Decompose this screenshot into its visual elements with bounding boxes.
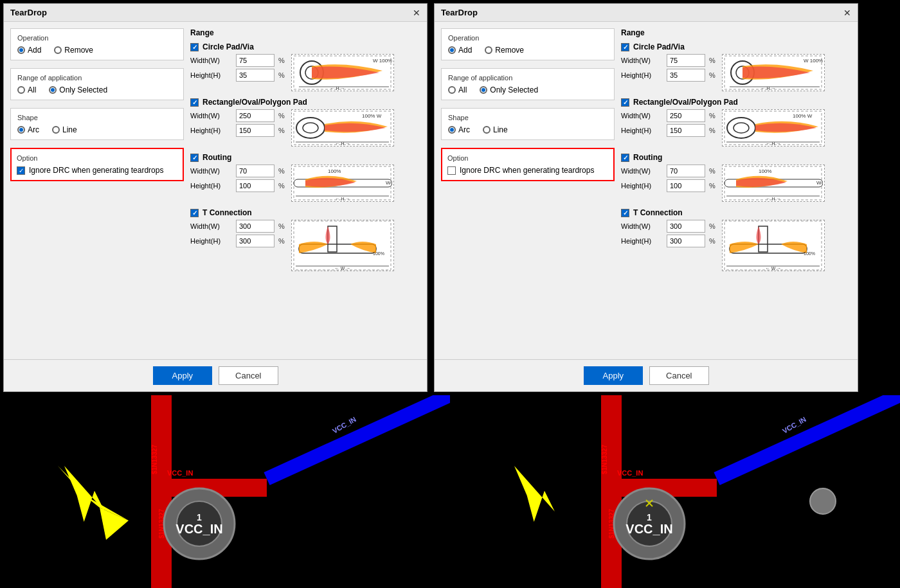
svg-text:W: W <box>386 180 391 186</box>
svg-text:← H →: ← H → <box>766 141 781 146</box>
add-radio-2[interactable]: Add <box>448 46 472 55</box>
only-selected-radio-circle-1 <box>49 86 57 94</box>
rect-pad-checkbox-1[interactable] <box>190 98 199 107</box>
t-connection-height-input-1[interactable] <box>236 235 274 247</box>
close-button-2[interactable]: ✕ <box>843 8 851 17</box>
circle-pad-checkbox-2[interactable] <box>621 43 629 51</box>
svg-text:1: 1 <box>197 512 202 522</box>
dialog-left-panel-1: Operation Add Remove Range of <box>10 28 184 353</box>
circle-pad-preview-1: W 100% ← H → <box>291 54 394 91</box>
circle-pad-checkbox-1[interactable] <box>190 43 199 51</box>
circle-pad-preview-2: W 100% ← H → <box>722 54 825 91</box>
line-radio-2[interactable]: Line <box>483 125 508 134</box>
cancel-button-1[interactable]: Cancel <box>219 366 278 385</box>
rect-pad-section-1: Rectangle/Oval/Polygon Pad Width(W) % He… <box>190 98 420 147</box>
all-radio-circle-2 <box>448 86 456 94</box>
shape-radio-group-1: Arc Line <box>17 125 177 134</box>
operation-label-1: Operation <box>17 34 177 42</box>
svg-marker-73 <box>717 395 900 479</box>
circle-pad-width-row-2: Width(W) % <box>621 54 716 67</box>
add-radio-circle-1 <box>17 46 25 54</box>
apply-button-1[interactable]: Apply <box>153 366 213 385</box>
rect-pad-width-input-2[interactable] <box>667 109 705 122</box>
dialog-right-panel-1: Range Circle Pad/Via Width(W) % <box>190 28 420 353</box>
circle-pad-width-input-2[interactable] <box>667 54 705 67</box>
t-connection-checkbox-2[interactable] <box>621 209 629 217</box>
pcb-half-1: $1N13327 $1N13327 VCC_IN VCC_IN 1 VCC_IN <box>0 395 450 588</box>
apply-button-2[interactable]: Apply <box>584 366 644 385</box>
ignore-drc-checkbox-1[interactable]: Ignore DRC when generating teardrops <box>17 166 177 175</box>
svg-marker-58 <box>267 395 450 479</box>
routing-checkbox-2[interactable] <box>621 154 629 162</box>
t-connection-width-row-2: Width(W) % <box>621 220 716 233</box>
ignore-drc-checkbox-2[interactable]: Ignore DRC when generating teardrops <box>447 166 608 175</box>
routing-preview-2: 100% W ← H → <box>722 165 825 202</box>
rect-pad-width-input-1[interactable] <box>236 109 274 122</box>
option-label-1: Option <box>17 154 177 162</box>
rect-pad-height-input-2[interactable] <box>667 124 705 137</box>
range-of-application-label-2: Range of application <box>448 74 608 82</box>
operation-label-2: Operation <box>448 34 608 42</box>
remove-radio-circle-1 <box>54 46 62 54</box>
routing-checkbox-1[interactable] <box>190 154 199 162</box>
svg-text:100% W: 100% W <box>362 113 382 119</box>
remove-radio-2[interactable]: Remove <box>485 46 524 55</box>
t-connection-height-input-2[interactable] <box>667 235 705 247</box>
circle-pad-label-1: Circle Pad/Via <box>203 42 254 51</box>
t-connection-width-input-2[interactable] <box>667 220 705 233</box>
all-radio-2[interactable]: All <box>448 85 467 94</box>
shape-radio-group-2: Arc Line <box>448 125 608 134</box>
rect-pad-section-2: Rectangle/Oval/Polygon Pad Width(W) % He… <box>621 98 851 147</box>
operation-section-2: Operation Add Remove <box>441 28 615 60</box>
circle-pad-width-input-1[interactable] <box>236 54 274 67</box>
routing-width-input-2[interactable] <box>667 165 705 177</box>
arc-radio-2[interactable]: Arc <box>448 125 470 134</box>
svg-text:100% W: 100% W <box>793 113 813 119</box>
rect-pad-height-row-2: Height(H) % <box>621 124 716 137</box>
range-of-application-label-1: Range of application <box>17 74 177 82</box>
svg-text:← H →: ← H → <box>761 86 776 91</box>
circle-pad-height-input-2[interactable] <box>667 69 705 82</box>
add-radio-1[interactable]: Add <box>17 46 41 55</box>
routing-width-input-1[interactable] <box>236 165 274 177</box>
ignore-drc-checkbox-square-2 <box>447 166 456 175</box>
remove-radio-1[interactable]: Remove <box>54 46 93 55</box>
operation-radio-group-2: Add Remove <box>448 46 608 55</box>
dialog-titlebar-2: TearDrop ✕ <box>435 4 858 22</box>
all-radio-1[interactable]: All <box>17 85 36 94</box>
rect-pad-header-1: Rectangle/Oval/Polygon Pad <box>190 98 420 107</box>
operation-section-1: Operation Add Remove <box>10 28 184 60</box>
dialog-title-1: TearDrop <box>10 8 47 17</box>
t-connection-fields-1: Width(W) % Height(H) % <box>190 220 285 249</box>
only-selected-radio-1[interactable]: Only Selected <box>49 85 107 94</box>
dialog-title-2: TearDrop <box>441 8 478 17</box>
routing-preview-1: 100% W ← H → <box>291 165 394 202</box>
circle-pad-height-input-1[interactable] <box>236 69 274 82</box>
svg-text:100%: 100% <box>804 251 815 256</box>
svg-text:← H →: ← H → <box>336 141 350 146</box>
rect-pad-preview-1: 100% W ← H → <box>291 109 394 147</box>
svg-text:← W →: ← W → <box>766 266 782 271</box>
svg-marker-85 <box>495 466 564 528</box>
t-connection-checkbox-1[interactable] <box>190 209 199 217</box>
rect-pad-height-input-1[interactable] <box>236 124 274 137</box>
svg-text:VCC_IN: VCC_IN <box>617 469 643 477</box>
line-radio-circle-2 <box>483 126 491 134</box>
line-radio-1[interactable]: Line <box>52 125 77 134</box>
close-button-1[interactable]: ✕ <box>413 8 420 17</box>
only-selected-radio-2[interactable]: Only Selected <box>480 85 538 94</box>
rect-pad-header-2: Rectangle/Oval/Polygon Pad <box>621 98 851 107</box>
rect-pad-checkbox-2[interactable] <box>621 98 629 107</box>
circle-pad-section-2: Circle Pad/Via Width(W) % Height(H) <box>621 42 851 91</box>
routing-fields-1: Width(W) % Height(H) % <box>190 165 285 194</box>
routing-height-input-2[interactable] <box>667 179 705 192</box>
option-label-2: Option <box>447 154 608 162</box>
t-connection-label-2: T Connection <box>633 208 683 217</box>
arc-radio-1[interactable]: Arc <box>17 125 39 134</box>
t-connection-width-input-1[interactable] <box>236 220 274 233</box>
svg-text:VCC_IN: VCC_IN <box>167 469 193 477</box>
shape-label-1: Shape <box>17 114 177 121</box>
cancel-button-2[interactable]: Cancel <box>649 366 708 385</box>
routing-height-input-1[interactable] <box>236 179 274 192</box>
dialog-footer-1: Apply Cancel <box>4 359 427 391</box>
